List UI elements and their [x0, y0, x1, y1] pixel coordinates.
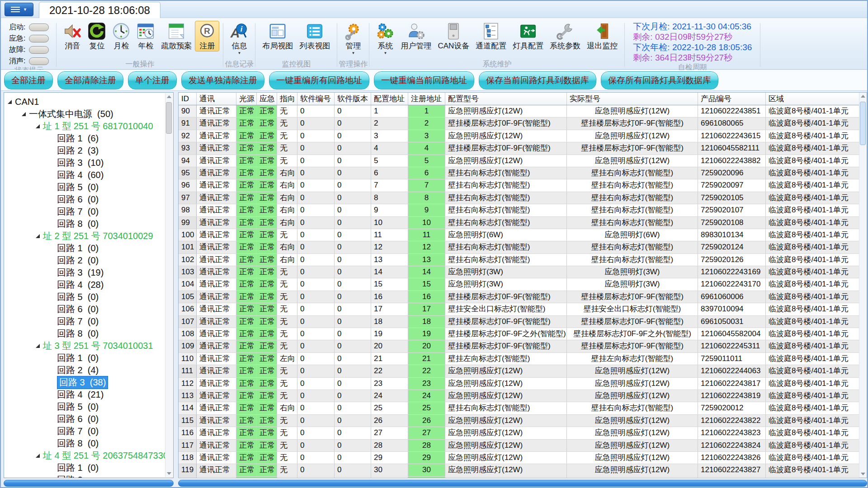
tree-item[interactable]: 址 4 型 251 号 20637548473309 [4, 450, 165, 462]
table-row[interactable]: 120通讯正常正常正常无003131应急照明感应灯(12W)应急照明感应灯(12… [179, 477, 859, 478]
table-row[interactable]: 95通讯正常正常正常右向0066壁挂右向标志灯(智能型)壁挂右向标志灯(智能型)… [179, 167, 859, 179]
info-button[interactable]: Ai信息▼ [227, 21, 251, 55]
table-row[interactable]: 103通讯正常正常正常无001414应急照明灯(3W)应急照明灯(3W)1210… [179, 266, 859, 278]
column-header[interactable]: 指向 [277, 93, 297, 105]
exit-monitor-button[interactable]: 退出监控 [584, 21, 621, 51]
scroll-up-icon[interactable] [166, 93, 173, 100]
tree-item[interactable]: 回路 3 (38) [4, 376, 165, 389]
tree-item[interactable]: 回路 6 (0) [4, 303, 165, 315]
table-row[interactable]: 97通讯正常正常正常右向0088壁挂右向标志灯(智能型)壁挂右向标志灯(智能型)… [179, 192, 859, 204]
table-row[interactable]: 91通讯正常正常正常无0022壁挂楼层标志灯0F-9F(智能型)壁挂楼层标志灯0… [179, 117, 859, 130]
register-all-button[interactable]: 全部注册 [4, 71, 53, 89]
tree-scroll-track[interactable] [165, 100, 173, 470]
tree-item[interactable]: 回路 6 (0) [4, 413, 165, 425]
mute-button[interactable]: 消音 [60, 21, 85, 51]
save-current-loop-to-db-button[interactable]: 保存当前回路灯具到数据库 [479, 71, 596, 89]
column-header[interactable]: 区域 [766, 93, 859, 105]
tree-item[interactable]: 回路 5 (0) [4, 401, 165, 413]
table-vertical-scrollbar[interactable] [859, 93, 867, 478]
system-params-button[interactable]: 系统参数 [547, 21, 584, 51]
clear-all-registration-button[interactable]: 全部清除注册 [57, 71, 123, 89]
table-row[interactable]: 104通讯正常正常正常无001515应急照明灯(3W)应急照明灯(3W)1210… [179, 278, 859, 291]
system-button[interactable]: 系统▼ [373, 21, 397, 55]
table-row[interactable]: 98通讯正常正常正常右向0099壁挂右向标志灯(智能型)壁挂右向标志灯(智能型)… [179, 204, 859, 216]
table-row[interactable]: 115通讯正常正常正常无002626应急照明感应灯(12W)应急照明感应灯(12… [179, 415, 859, 427]
tree-item[interactable]: 回路 8 (0) [4, 437, 165, 450]
table-row[interactable]: 102通讯正常正常正常右向001313壁挂右向标志灯(智能型)壁挂右向标志灯(智… [179, 254, 859, 266]
can-device-button[interactable]: CAN设备 [434, 21, 472, 51]
scroll-down-icon[interactable] [860, 470, 867, 478]
tree-item[interactable]: 回路 4 (21) [4, 389, 165, 401]
column-header[interactable]: 软件版本 [335, 93, 371, 105]
table-row[interactable]: 105通讯正常正常正常无001616壁挂楼层标志灯0F-9F(智能型)壁挂楼层标… [179, 291, 859, 303]
tree-item[interactable]: 回路 4 (60) [4, 169, 165, 181]
table-row[interactable]: 119通讯正常正常正常无003030应急照明感应灯(12W)应急照明感应灯(12… [179, 464, 859, 476]
tree-item[interactable]: 址 3 型 251 号 7034010031 [4, 340, 165, 352]
tree-item[interactable]: 回路 1 (6) [4, 132, 165, 145]
tree-expand-arrow-icon[interactable] [36, 124, 40, 128]
reset-button[interactable]: 复位 [85, 21, 109, 51]
column-header[interactable]: 通讯 [197, 93, 236, 105]
tree-item[interactable]: 回路 8 (0) [4, 328, 165, 340]
table-scroll-thumb[interactable] [860, 102, 866, 145]
scroll-up-icon[interactable] [860, 93, 867, 100]
lamp-config-button[interactable]: 灯具配置 [509, 21, 547, 51]
column-header[interactable]: 注册地址 [408, 93, 445, 105]
table-row[interactable]: 108通讯正常正常正常无001919壁挂楼层标志灯0F-9F之外(智能型)壁挂楼… [179, 328, 859, 340]
column-header[interactable]: 软件编号 [297, 93, 335, 105]
tree-item[interactable]: 回路 8 (0) [4, 218, 165, 230]
single-register-button[interactable]: 单个注册 [128, 71, 177, 89]
tree-item[interactable]: 回路 2 (0) [4, 254, 165, 267]
tree-item[interactable]: 址 2 型 251 号 7034010029 [4, 230, 165, 242]
send-single-clear-button[interactable]: 发送单独清除注册 [181, 71, 264, 89]
column-header[interactable]: 配置型号 [445, 93, 567, 105]
monthly-check-button[interactable]: 月检 [109, 21, 133, 51]
list-view-button[interactable]: 列表视图 [296, 21, 333, 51]
table-row[interactable]: 90通讯正常正常正常无0011应急照明感应灯(12W)应急照明感应灯(12W)1… [179, 105, 859, 117]
app-menu-button[interactable]: ▼ [5, 3, 33, 16]
table-row[interactable]: 106通讯正常正常正常无001717壁挂安全出口标志灯(智能型)壁挂安全出口标志… [179, 303, 859, 315]
rewrite-current-loop-address-button[interactable]: 一键重编当前回路地址 [374, 71, 474, 89]
tree-expand-arrow-icon[interactable] [22, 112, 26, 116]
table-row[interactable]: 96通讯正常正常正常右向0077壁挂右向标志灯(智能型)壁挂右向标志灯(智能型)… [179, 179, 859, 192]
tree-item[interactable]: 回路 2 (3) [4, 145, 165, 157]
tree-item[interactable]: 回路 2 [4, 474, 165, 478]
tree-item[interactable]: 回路 1 (0) [4, 462, 165, 474]
tree-item[interactable]: 回路 3 (10) [4, 157, 165, 169]
tree-item[interactable]: 一体式集中电源 (50) [4, 108, 165, 120]
tree-item[interactable]: 回路 7 (0) [4, 425, 165, 437]
register-button[interactable]: R注册 [195, 21, 219, 52]
tree-item[interactable]: 回路 7 (0) [4, 206, 165, 218]
table-row[interactable]: 92通讯正常正常正常无0033应急照明感应灯(12W)应急照明感应灯(12W)1… [179, 130, 859, 142]
table-row[interactable]: 113通讯正常正常正常无002424应急照明感应灯(12W)应急照明感应灯(12… [179, 390, 859, 402]
tree-item[interactable]: 址 1 型 251 号 6817010040 [4, 120, 165, 132]
layout-view-button[interactable]: 布局视图 [259, 21, 296, 51]
table-row[interactable]: 117通讯正常正常正常无002828应急照明感应灯(12W)应急照明感应灯(12… [179, 440, 859, 452]
tree-item[interactable]: 回路 2 (4) [4, 364, 165, 376]
tree-item[interactable]: 回路 6 (0) [4, 193, 165, 206]
tree-item[interactable]: 回路 5 (0) [4, 291, 165, 303]
rewrite-all-loop-address-button[interactable]: 一键重编所有回路地址 [269, 71, 369, 89]
table-row[interactable]: 99通讯正常正常正常右向001010壁挂右向标志灯(智能型)壁挂右向标志灯(智能… [179, 217, 859, 229]
column-header[interactable]: 光源 [236, 93, 257, 105]
column-header[interactable]: 实际型号 [567, 93, 698, 105]
table-row[interactable]: 111通讯正常正常正常无002222应急照明感应灯(12W)应急照明感应灯(12… [179, 365, 859, 377]
tree-scroll-thumb[interactable] [166, 102, 172, 134]
table-row[interactable]: 93通讯正常正常正常无0044壁挂楼层标志灯0F-9F(智能型)壁挂楼层标志灯0… [179, 142, 859, 155]
table-row[interactable]: 112通讯正常正常正常无002323应急照明感应灯(12W)应急照明感应灯(12… [179, 378, 859, 390]
tree-expand-arrow-icon[interactable] [36, 234, 40, 238]
tree-expand-arrow-icon[interactable] [8, 100, 12, 104]
table-horizontal-scrollbar[interactable] [178, 480, 867, 487]
evacuation-plan-button[interactable]: 疏散预案 [158, 21, 195, 51]
column-header[interactable]: 产品编号 [698, 93, 766, 105]
yearly-check-button[interactable]: 年检 [133, 21, 158, 51]
tree-item[interactable]: 回路 1 (0) [4, 242, 165, 254]
table-row[interactable]: 116通讯正常正常正常无002727应急照明感应灯(12W)应急照明感应灯(12… [179, 427, 859, 439]
tree-item[interactable]: 回路 4 (28) [4, 279, 165, 291]
table-row[interactable]: 107通讯正常正常正常无001818壁挂楼层标志灯0F-9F(智能型)壁挂楼层标… [179, 316, 859, 328]
table-row[interactable]: 109通讯正常正常正常无002020壁挂楼层标志灯0F-9F(智能型)壁挂楼层标… [179, 340, 859, 352]
tree-item[interactable]: 回路 1 (0) [4, 352, 165, 364]
scroll-down-icon[interactable] [166, 470, 173, 477]
table-row[interactable]: 118通讯正常正常正常无002929应急照明感应灯(12W)应急照明感应灯(12… [179, 452, 859, 464]
table-row[interactable]: 100通讯正常正常正常无001111应急照明灯(6W)应急照明灯(6W)8983… [179, 229, 859, 241]
